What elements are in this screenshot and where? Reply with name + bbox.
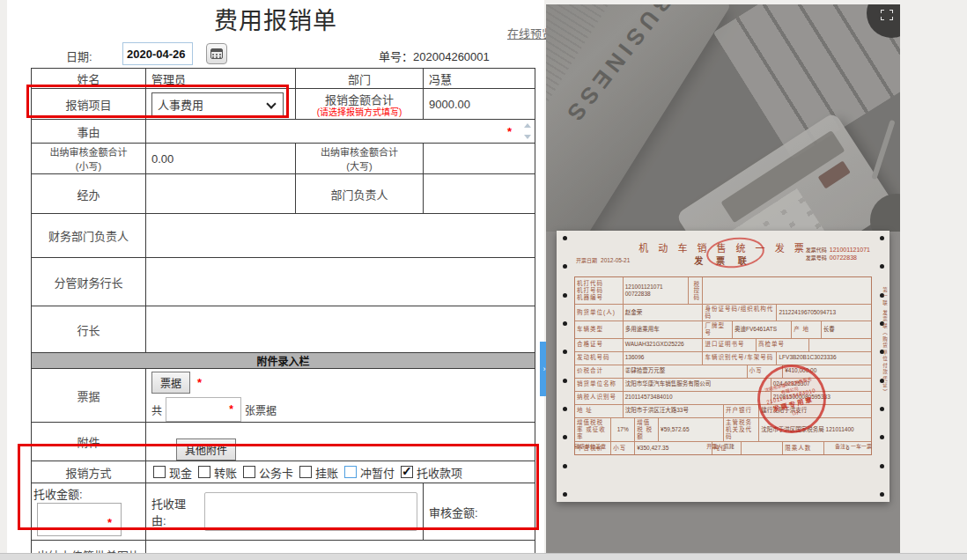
dept-head-label: 部门负责人 [296, 174, 424, 214]
tax-control-value [702, 277, 871, 304]
note: 备注：一车一票 [835, 444, 872, 451]
date-label: 日期: [66, 48, 92, 64]
finance-president-value [146, 258, 535, 306]
invoice-code-block: 发票代码121001121071 发票号码00722838 [806, 247, 870, 262]
ticket-count-suffix: 张票据 [245, 402, 277, 417]
reason-label: 事由 [32, 120, 146, 144]
tax-rate-value: 17% [610, 418, 634, 441]
project-select[interactable]: 人事费用 [151, 92, 284, 116]
taxpayer-value: 210114573484010 [623, 392, 771, 404]
required-mark: * [107, 516, 112, 529]
issuer-value: 高建 [724, 444, 734, 449]
required-mark: * [229, 403, 233, 416]
table-row: 财务部门负责人 [32, 214, 535, 258]
seller-value: 沈阳市华康汽车销售服务有限公司 [623, 379, 771, 391]
dept-value: 冯慧 [424, 69, 535, 89]
brand-value: 奥迪FV6461ATS [732, 321, 791, 337]
spinner-icon[interactable] [521, 122, 533, 141]
table-row: 姓名 管理员 部门 冯慧 [32, 69, 535, 89]
machine-values: 121001121071 00722838 [623, 277, 688, 304]
cashier-big-value [424, 144, 535, 174]
checkbox-collection[interactable] [401, 466, 413, 478]
order-value: 202004260001 [413, 50, 490, 63]
vin-label: 车辆识别代号/车架号码 [702, 352, 776, 365]
total-cn: ㊣肆拾壹万元整 [623, 365, 747, 378]
collection-amount-label: 托收金额: [33, 485, 83, 502]
chevron-down-icon [266, 99, 276, 108]
project-label: 报销项目 [32, 89, 146, 120]
name-value: 管理员 [146, 69, 296, 89]
table-row: 票据 票据 * 共 * 张票据 [32, 369, 535, 423]
bank-label: 开户银行 [723, 405, 758, 417]
ticket-cell: 票据 * 共 * 张票据 [146, 369, 535, 423]
inspect-value [808, 339, 871, 351]
handler-label: 经办 [32, 174, 146, 214]
collection-amount-input[interactable]: * [37, 503, 122, 536]
invoice-image[interactable]: 机 动 车 销 售 统 一 发 票 发 票 联 发票代码121001121071… [557, 231, 889, 502]
cashier-big-label: 出纳审核金额合计(大写) [296, 144, 424, 174]
total-label-cell: 报销金额合计 (请选择报销方式填写) [296, 89, 424, 120]
table-row: 经办 部门负责人 [32, 174, 535, 214]
collection-amount-cell: 托收金额: * [32, 483, 146, 541]
table-row: 报销项目 人事费用 报销金额合计 (请选择报销方式填写) 9000.00 [32, 89, 535, 120]
cert-label: 合格证号 [575, 339, 623, 351]
finance-president-label: 分管财务行长 [32, 258, 146, 306]
calendar-button[interactable] [206, 43, 227, 64]
brand-label: 厂牌型号 [702, 321, 732, 337]
finance-head-value [146, 214, 535, 258]
id-value: 211224196705094713 [776, 305, 871, 321]
seller-label: 销货单位名称 [575, 379, 623, 391]
checkbox-card[interactable] [243, 466, 255, 478]
cashier-small-value: 0.00 [146, 144, 296, 174]
tax-office-label: 主管税务 机关及代码 [723, 418, 758, 441]
other-attachment-button[interactable]: 其他附件 [176, 438, 236, 461]
checkbox-transfer[interactable] [198, 466, 210, 478]
seal-label: 销货单位盖章 [574, 444, 606, 451]
pay-method-offset: 冲暂付 [344, 464, 395, 481]
table-row: 附件 其他附件 [32, 423, 535, 461]
dept-head-value [424, 174, 535, 214]
project-select-value: 人事费用 [158, 96, 203, 113]
pay-method-cash: 现金 [153, 464, 192, 481]
table-row: 托收金额: * 托收理由: 审核金额: [32, 483, 535, 541]
ticket-count-input[interactable]: * [166, 397, 241, 422]
pay-method-credit: 挂账 [299, 464, 338, 481]
checkbox-offset[interactable] [344, 466, 357, 478]
expand-icon [881, 10, 893, 20]
table-row: 出纳审核金额合计(小写) 0.00 出纳审核金额合计(大写) [32, 144, 535, 174]
issuer-label: 开票人 [706, 444, 722, 449]
origin-value: 长春 [821, 321, 871, 337]
horizontal-scrollbar[interactable] [0, 553, 967, 560]
tax-control-label: 税控码 [688, 277, 703, 304]
name-label: 姓名 [32, 69, 146, 89]
background-photo: BUSINESS [546, 4, 900, 232]
collection-reason-cell: 托收理由: [146, 483, 424, 541]
address-label: 地 址 [575, 405, 623, 417]
date-row: 日期: 单号：202004260001 [7, 41, 544, 66]
ticket-button[interactable]: 票据 [151, 372, 190, 394]
invoice-content: 机 动 车 销 售 统 一 发 票 发 票 联 发票代码121001121071… [574, 234, 872, 498]
vehicle-type-label: 车辆类型 [575, 321, 623, 337]
table-row: 事由 * [32, 120, 535, 144]
collection-reason-label: 托收理由: [151, 495, 199, 528]
president-value [146, 306, 535, 353]
checkbox-credit[interactable] [299, 466, 312, 478]
invoice-date: 开票日期2012-05-21 [576, 257, 630, 265]
project-cell: 人事费用 [146, 89, 296, 120]
date-input[interactable] [122, 42, 193, 65]
attachment-label: 附件 [32, 423, 146, 461]
table-row: 报销方式 现金 转账 公务卡 [32, 461, 535, 483]
address-value: 沈阳市于洪区汪大路33号 [623, 405, 723, 417]
reason-input[interactable]: * [146, 120, 535, 144]
app-window: 费用报销单 在线预览 日期: 单号：202004260001 姓名 管理员 部门… [0, 0, 967, 560]
invoice-viewer-panel: BUSINESS 机 动 车 销 售 统 一 发 票 发 票 联 [546, 4, 900, 555]
inspect-label: 商检单号 [756, 339, 808, 351]
checkbox-cash[interactable] [153, 466, 166, 478]
total-hint: (请选择报销方式填写) [301, 107, 417, 117]
order-label: 单号： [379, 50, 413, 63]
required-mark: * [507, 125, 512, 138]
collection-reason-input[interactable] [204, 492, 417, 531]
cert-value: WAUAH321GXD25226 [623, 339, 703, 351]
dept-label: 部门 [296, 69, 424, 89]
invoice-footer: 销货单位盖章 开票人 高建 备注：一车一票 [574, 444, 872, 451]
